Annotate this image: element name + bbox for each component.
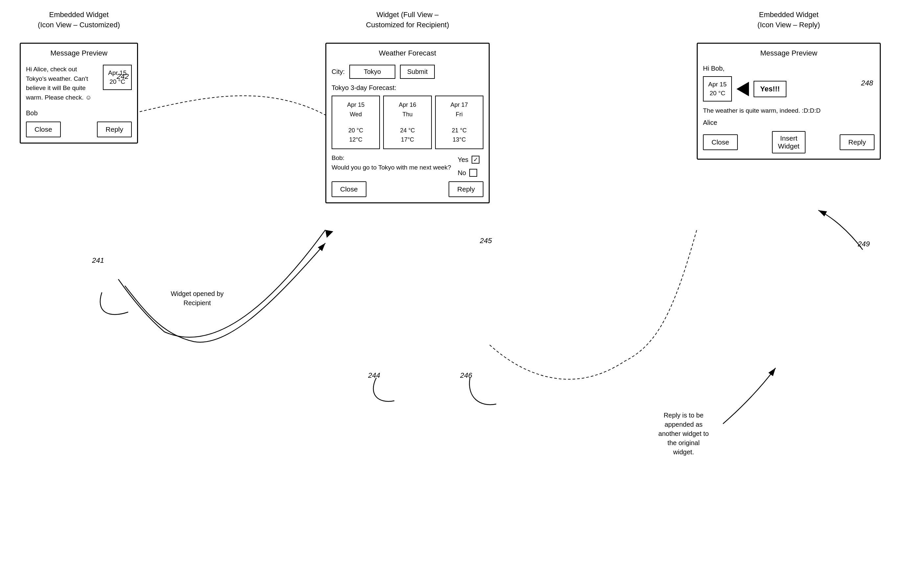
right-cal-temp: 20 °C (708, 89, 727, 98)
submit-button[interactable]: Submit (400, 65, 435, 79)
number-248: 248 (861, 79, 873, 87)
forecast-row: Apr 15 Wed 20 °C 12°C Apr 16 Thu 24 °C 1… (331, 95, 483, 149)
day2-day: Thu (388, 110, 426, 119)
yes-checkbox-row: Yes ✓ (458, 156, 480, 163)
center-widget-title: Widget (Full View – Customized for Recip… (325, 10, 490, 30)
number-241: 241 (92, 256, 104, 265)
left-reply-button[interactable]: Reply (97, 121, 132, 137)
play-arrow-icon (737, 82, 749, 96)
right-widget-header: Message Preview (703, 49, 874, 60)
day2-low: 17°C (388, 135, 426, 145)
day2-high: 24 °C (388, 126, 426, 135)
forecast-day-3: Apr 17 Fri 21 °C 13°C (435, 95, 483, 149)
forecast-label: Tokyo 3-day Forecast: (331, 84, 483, 92)
svg-marker-0 (322, 227, 333, 238)
right-sender: Alice (703, 119, 874, 126)
forecast-day-1: Apr 15 Wed 20 °C 12°C (331, 95, 380, 149)
left-widget-header: Message Preview (26, 49, 132, 60)
question-text: Would you go to Tokyo with me next week? (331, 163, 451, 173)
right-cal-date: Apr 15 (708, 80, 727, 89)
right-calendar-box: Apr 15 20 °C (703, 76, 732, 102)
number-245: 245 (480, 236, 492, 245)
day3-date: Apr 17 (440, 100, 478, 110)
yes-label: Yes (458, 156, 469, 163)
right-message-text: The weather is quite warm, indeed. :D:D:… (703, 106, 874, 116)
center-btn-row: Close Reply (331, 181, 483, 197)
day3-high: 21 °C (440, 126, 478, 135)
right-btn-row: Close Insert Widget Reply (703, 131, 874, 153)
day1-date: Apr 15 (337, 100, 375, 110)
center-widget: Weather Forecast City: Submit Tokyo 3-da… (325, 43, 490, 204)
number-242: 242 (117, 72, 129, 81)
yes-checkbox[interactable]: ✓ (472, 156, 480, 163)
question-to: Bob: (331, 154, 451, 162)
annotation-reply-appended: Reply is to be appended as another widge… (631, 410, 736, 457)
right-insert-button[interactable]: Insert Widget (772, 131, 805, 153)
checkboxes: Yes ✓ No (458, 156, 480, 177)
no-checkbox-row: No (458, 169, 480, 177)
number-246: 246 (460, 371, 472, 380)
number-244: 244 (368, 371, 380, 380)
question-section: Bob: Would you go to Tokyo with me next … (331, 154, 483, 177)
left-widget: Message Preview Apr 15 20 °C Hi Alice, c… (20, 43, 138, 144)
day2-date: Apr 16 (388, 100, 426, 110)
forecast-day-2: Apr 16 Thu 24 °C 17°C (383, 95, 432, 149)
no-checkbox[interactable] (469, 169, 477, 177)
day3-day: Fri (440, 110, 478, 119)
right-widget-title: Embedded Widget (Icon View – Reply) (697, 10, 881, 30)
day3-low: 13°C (440, 135, 478, 145)
day1-low: 12°C (337, 135, 375, 145)
yes-reply-box: Yes!!! (753, 81, 786, 97)
center-widget-header: Weather Forecast (331, 49, 483, 60)
number-249: 249 (858, 240, 870, 248)
left-widget-title: Embedded Widget (Icon View – Customized) (20, 10, 138, 30)
right-close-button[interactable]: Close (703, 134, 738, 150)
day1-high: 20 °C (337, 126, 375, 135)
center-close-button[interactable]: Close (331, 181, 367, 197)
right-greeting: Hi Bob, (703, 65, 725, 72)
center-reply-button[interactable]: Reply (449, 181, 483, 197)
right-inner-row: Apr 15 20 °C Yes!!! (703, 76, 874, 102)
city-row: City: Submit (331, 65, 483, 79)
annotation-widget-opened: Widget opened by Recipient (161, 289, 233, 307)
city-input[interactable] (349, 65, 395, 79)
day1-day: Wed (337, 110, 375, 119)
left-sender: Bob (26, 109, 132, 117)
no-label: No (458, 169, 466, 177)
city-label: City: (331, 68, 345, 76)
right-widget: Message Preview Hi Bob, Apr 15 20 °C Yes… (697, 43, 881, 160)
left-close-button[interactable]: Close (26, 121, 61, 137)
right-reply-button[interactable]: Reply (840, 134, 874, 150)
